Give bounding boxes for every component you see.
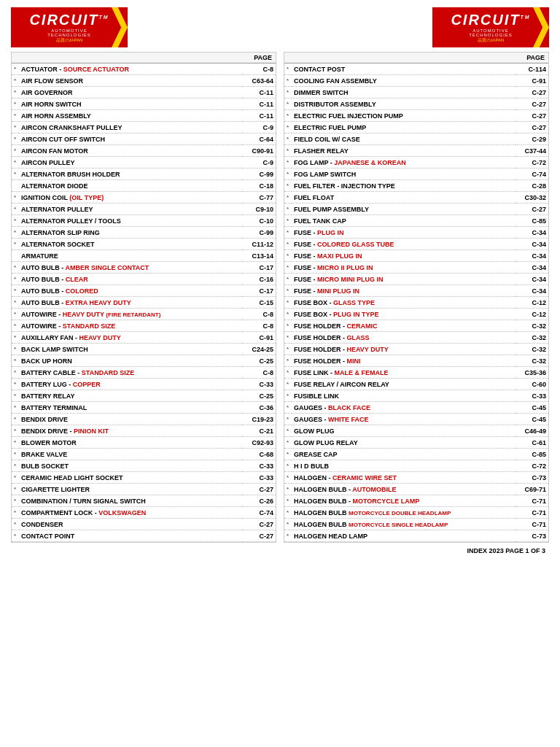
item-main-name: BLOWER MOTOR xyxy=(21,439,77,446)
item-main-name: GAUGES - xyxy=(294,416,328,423)
table-row: *GLOW PLUG RELAYC-61 xyxy=(284,437,548,449)
table-row: *FUEL PUMP ASSEMBLYC-27 xyxy=(284,204,548,215)
item-page: C-27 xyxy=(516,204,548,215)
star-cell: * xyxy=(12,437,19,449)
item-main-name: ELECTRIC FUEL PUMP xyxy=(294,124,366,131)
item-main-name: ACTUATOR - xyxy=(21,66,63,73)
item-main-name: AIRCON FAN MOTOR xyxy=(21,147,88,155)
star-cell: * xyxy=(284,344,292,355)
table-row: *COMBINATION / TURN SIGNAL SWITCHC-26 xyxy=(12,495,276,507)
table-row: *HALOGEN BULB MOTORCYCLE DOUBLE HEADLAMP… xyxy=(284,507,548,519)
item-main-name: AIRCON CUT OFF SWITCH xyxy=(21,136,105,143)
star-cell: * xyxy=(284,355,292,367)
table-row: *CERAMIC HEAD LIGHT SOCKETC-33 xyxy=(12,472,276,484)
item-main-name: HALOGEN BULB - xyxy=(294,498,353,505)
item-name-cell: FUSE LINK - MALE & FEMALE xyxy=(292,367,516,379)
item-main-name: AIR GOVERNOR xyxy=(21,89,73,96)
item-main-name: FUSE HOLDER - xyxy=(294,346,347,353)
item-name-cell: DIMMER SWITCH xyxy=(292,87,516,98)
star-cell: * xyxy=(284,460,292,472)
star-cell: * xyxy=(284,215,292,227)
item-sub-name: MINI xyxy=(347,357,361,365)
item-page: C-71 xyxy=(516,507,548,519)
item-name-cell: CIGARETTE LIGHTER xyxy=(19,484,243,495)
table-row: *FUSE - COLORED GLASS TUBEC-34 xyxy=(284,239,548,250)
item-sub-name: MICRO II PLUG IN xyxy=(317,264,373,271)
item-name-cell: ELECTRIC FUEL INJECTION PUMP xyxy=(292,110,516,122)
table-row: *FUSE BOX - GLASS TYPEC-12 xyxy=(284,297,548,309)
item-main-name: HALOGEN BULB xyxy=(294,509,349,516)
item-name-cell: HALOGEN BULB MOTORCYCLE SINGLE HEADLAMP xyxy=(292,519,516,530)
item-main-name: FUSE LINK - xyxy=(294,369,335,376)
item-main-name: DIMMER SWITCH xyxy=(294,89,349,96)
item-main-name: AUTOWIRE - xyxy=(21,311,63,318)
item-main-name: GLOW PLUG RELAY xyxy=(294,439,358,446)
left-table: *ACTUATOR - SOURCE ACTUATORC-8*AIR FLOW … xyxy=(12,63,276,542)
item-page: C-8 xyxy=(243,63,276,75)
item-main-name: ALTERNATOR SOCKET xyxy=(21,241,95,248)
item-name-cell: ALTERNATOR SLIP RING xyxy=(19,227,243,239)
right-col-header: PAGE xyxy=(284,53,548,63)
star-cell: * xyxy=(12,344,19,355)
star-cell: * xyxy=(284,472,292,484)
item-main-name: BATTERY TERMINAL xyxy=(21,404,87,411)
star-cell: * xyxy=(284,180,292,192)
star-cell: * xyxy=(12,110,19,122)
item-name-cell: FUSE HOLDER - CERAMIC xyxy=(292,320,516,332)
table-row: *BACK UP HORNC-25 xyxy=(12,355,276,367)
item-name-cell: FUSE BOX - GLASS TYPE xyxy=(292,297,516,309)
item-name-cell: AUTO BULB - EXTRA HEAVY DUTY xyxy=(19,297,243,309)
table-row: *DISTRIBUTOR ASSEMBLYC-27 xyxy=(284,98,548,110)
item-sub-name: AMBER SINGLE CONTACT xyxy=(66,264,149,271)
item-sub-name: EXTRA HEAVY DUTY xyxy=(66,299,131,306)
table-row: *ACTUATOR - SOURCE ACTUATORC-8 xyxy=(12,63,276,75)
table-row: *H I D BULBC-72 xyxy=(284,460,548,472)
item-page: C-17 xyxy=(243,285,276,297)
item-name-cell: COMBINATION / TURN SIGNAL SWITCH xyxy=(19,495,243,507)
star-cell: * xyxy=(12,484,19,495)
table-row: *AIR HORN SWITCHC-11 xyxy=(12,98,276,110)
item-sub-name: (OIL TYPE) xyxy=(69,194,104,201)
item-sub-name: CERAMIC xyxy=(347,322,378,330)
star-cell: * xyxy=(284,332,292,344)
left-col-header: PAGE xyxy=(12,53,276,63)
item-main-name: FUSE RELAY / AIRCON RELAY xyxy=(294,381,389,388)
logo-circuit-right: CIRCUITTM xyxy=(451,12,530,28)
item-sub-name: COLORED GLASS TUBE xyxy=(317,241,394,248)
star-cell: * xyxy=(284,250,292,262)
item-name-cell: GLOW PLUG xyxy=(292,425,516,437)
item-name-cell: FUSE HOLDER - GLASS xyxy=(292,332,516,344)
table-row: *FUSE RELAY / AIRCON RELAYC-60 xyxy=(284,379,548,390)
item-sub-name: COPPER xyxy=(73,381,101,388)
item-page: C-8 xyxy=(243,367,276,379)
star-cell: * xyxy=(12,332,19,344)
item-main-name: HALOGEN - xyxy=(294,474,332,481)
star-cell xyxy=(12,180,19,192)
table-row: *HALOGEN BULB - MOTORCYCLE LAMPC-71 xyxy=(284,495,548,507)
star-cell: * xyxy=(284,157,292,169)
item-main-name: FLASHER RELAY xyxy=(294,147,349,155)
table-row: *FOG LAMP SWITCHC-74 xyxy=(284,169,548,180)
item-page: C13-14 xyxy=(243,250,276,262)
item-page: C-74 xyxy=(516,169,548,180)
item-name-cell: H I D BULB xyxy=(292,460,516,472)
item-page: C35-36 xyxy=(516,367,548,379)
item-page: C-17 xyxy=(243,262,276,274)
item-name-cell: ELECTRIC FUEL PUMP xyxy=(292,122,516,133)
item-main-name: AUTO BULB - xyxy=(21,276,66,283)
star-cell: * xyxy=(284,414,292,425)
item-page: C-99 xyxy=(243,169,276,180)
item-name-cell: BENDIX DRIVE xyxy=(19,414,243,425)
table-row: *ALTERNATOR SLIP RINGC-99 xyxy=(12,227,276,239)
item-main-name: BENDIX DRIVE - xyxy=(21,427,74,435)
item-sub-name: PINION KIT xyxy=(74,427,109,435)
item-page: C-18 xyxy=(243,180,276,192)
table-row: *AIR GOVERNORC-11 xyxy=(12,87,276,98)
item-main-name: CONTACT POST xyxy=(294,66,345,73)
item-page: C-27 xyxy=(243,519,276,530)
item-page: C-34 xyxy=(516,262,548,274)
item-main-name: HALOGEN HEAD LAMP xyxy=(294,533,368,540)
table-row: *AIRCON CRANKSHAFT PULLEYC-9 xyxy=(12,122,276,133)
item-sub-name: CLEAR xyxy=(66,276,88,283)
item-name-cell: FUSE BOX - PLUG IN TYPE xyxy=(292,309,516,320)
